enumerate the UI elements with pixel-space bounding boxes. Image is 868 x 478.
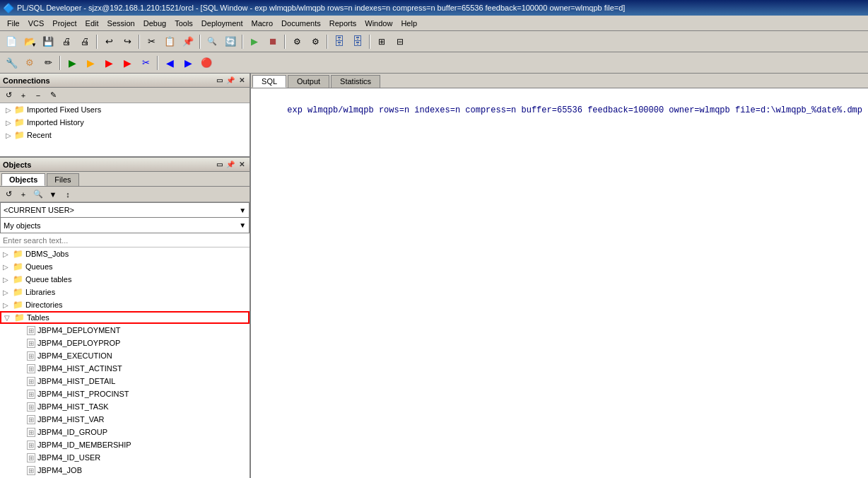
conn-edit-btn[interactable]: ✎ bbox=[46, 89, 60, 102]
tree-item-7[interactable]: ⊞ JBPM4_DEPLOYPROP bbox=[0, 337, 250, 349]
tree-label-2: Queue tables bbox=[25, 275, 71, 284]
tree-item-8[interactable]: ⊞ JBPM4_EXECUTION bbox=[0, 349, 250, 362]
nav1-btn[interactable]: ◀ bbox=[161, 55, 178, 71]
exec4-btn[interactable]: ▶ bbox=[119, 55, 136, 71]
menu-vcs[interactable]: VCS bbox=[24, 18, 49, 29]
tree-item-17[interactable]: ⊞ JBPM4_JOB bbox=[0, 464, 250, 477]
tree-toggle-4: ▷ bbox=[3, 301, 13, 309]
tree-item-4[interactable]: ▷ 📁 Directories bbox=[0, 298, 250, 311]
copy-btn[interactable]: 📋 bbox=[161, 34, 178, 49]
menu-edit[interactable]: Edit bbox=[81, 18, 103, 29]
connections-label: Connections bbox=[3, 76, 50, 85]
nav2-btn[interactable]: ▶ bbox=[180, 55, 197, 71]
exec1-btn[interactable]: ▶ bbox=[64, 55, 81, 71]
menu-window[interactable]: Window bbox=[360, 18, 397, 29]
tool3-btn[interactable]: ✏ bbox=[40, 55, 57, 71]
cut-btn[interactable]: ✂ bbox=[143, 34, 160, 49]
conn-add-btn[interactable]: + bbox=[16, 89, 30, 102]
replace-btn[interactable]: 🔄 bbox=[222, 34, 239, 49]
tree-item-3[interactable]: ▷ 📁 Libraries bbox=[0, 286, 250, 298]
close-conn-icon[interactable]: ✕ bbox=[237, 76, 247, 86]
menu-tools[interactable]: Tools bbox=[170, 18, 197, 29]
tree-item-9[interactable]: ⊞ JBPM4_HIST_ACTINST bbox=[0, 362, 250, 375]
tab-files[interactable]: Files bbox=[47, 173, 78, 186]
tab-sql[interactable]: SQL bbox=[252, 75, 286, 88]
tree-item-5[interactable]: ▽ 📁 Tables bbox=[0, 311, 250, 324]
sep7 bbox=[369, 35, 370, 49]
pin-icon[interactable]: 📌 bbox=[225, 76, 235, 86]
menu-macro[interactable]: Macro bbox=[247, 18, 278, 29]
obj-refresh-btn[interactable]: ↺ bbox=[1, 188, 16, 201]
my-objects-combo[interactable]: My objects ▼ bbox=[0, 218, 250, 233]
conn-imported-fixed[interactable]: ▷ 📁 Imported Fixed Users bbox=[0, 103, 250, 116]
conn-btn[interactable]: 🔴 bbox=[198, 55, 215, 71]
conn-refresh-btn[interactable]: ↺ bbox=[1, 89, 16, 102]
obj-search-btn[interactable]: 🔍 bbox=[31, 188, 45, 201]
tree-toggle-2: ▷ bbox=[3, 276, 13, 284]
connections-tree[interactable]: ▷ 📁 Imported Fixed Users ▷ 📁 Imported Hi… bbox=[0, 103, 250, 156]
objects-tree[interactable]: ▷ 📁 DBMS_Jobs ▷ 📁 Queues ▷ 📁 Queue table… bbox=[0, 247, 250, 478]
tree-item-0[interactable]: ▷ 📁 DBMS_Jobs bbox=[0, 247, 250, 260]
menu-file[interactable]: File bbox=[3, 18, 24, 29]
restore-icon[interactable]: ▭ bbox=[214, 76, 224, 86]
tree-item-10[interactable]: ⊞ JBPM4_HIST_DETAIL bbox=[0, 375, 250, 387]
tree-item-13[interactable]: ⊞ JBPM4_HIST_VAR bbox=[0, 413, 250, 426]
search-input[interactable] bbox=[0, 233, 250, 247]
menu-debug[interactable]: Debug bbox=[139, 18, 170, 29]
db2-btn[interactable]: 🗄 bbox=[349, 34, 366, 49]
tab-output[interactable]: Output bbox=[288, 75, 329, 88]
tree-item-12[interactable]: ⊞ JBPM4_HIST_TASK bbox=[0, 400, 250, 413]
menu-deployment[interactable]: Deployment bbox=[197, 18, 247, 29]
print2-btn[interactable]: 🖨 bbox=[76, 34, 93, 49]
exec3-btn[interactable]: ▶ bbox=[100, 55, 117, 71]
menu-reports[interactable]: Reports bbox=[325, 18, 361, 29]
tree-item-15[interactable]: ⊞ JBPM4_ID_MEMBERSHIP bbox=[0, 438, 250, 451]
current-user-label: <CURRENT USER> bbox=[4, 206, 74, 214]
obj-sort-btn[interactable]: ↕ bbox=[61, 188, 75, 201]
window-btn[interactable]: ⊞ bbox=[373, 34, 390, 49]
conn-recent[interactable]: ▷ 📁 Recent bbox=[0, 129, 250, 141]
tab-objects[interactable]: Objects bbox=[1, 173, 45, 186]
menu-help[interactable]: Help bbox=[397, 18, 421, 29]
tree-item-2[interactable]: ▷ 📁 Queue tables bbox=[0, 273, 250, 286]
conn-remove-btn[interactable]: − bbox=[31, 89, 45, 102]
compile2-btn[interactable]: ⚙ bbox=[307, 34, 324, 49]
compile-btn[interactable]: ⚙ bbox=[288, 34, 305, 49]
obj-pin-icon[interactable]: 📌 bbox=[225, 160, 235, 170]
current-user-combo[interactable]: <CURRENT USER> ▼ bbox=[0, 202, 250, 218]
obj-close-icon[interactable]: ✕ bbox=[237, 160, 247, 170]
tree-item-14[interactable]: ⊞ JBPM4_ID_GROUP bbox=[0, 426, 250, 438]
table-icon-9: ⊞ bbox=[27, 364, 35, 373]
tree-item-6[interactable]: ⊞ JBPM4_DEPLOYMENT bbox=[0, 324, 250, 337]
tab-statistics[interactable]: Statistics bbox=[331, 75, 380, 88]
menu-session[interactable]: Session bbox=[103, 18, 139, 29]
tool2-btn[interactable]: ⚙ bbox=[21, 55, 38, 71]
db-btn[interactable]: 🗄 bbox=[331, 34, 348, 49]
menu-documents[interactable]: Documents bbox=[277, 18, 325, 29]
menu-project[interactable]: Project bbox=[48, 18, 81, 29]
new-btn[interactable]: 📄 bbox=[3, 34, 20, 49]
undo-btn[interactable]: ↩ bbox=[100, 34, 117, 49]
print-btn[interactable]: 🖨 bbox=[58, 34, 75, 49]
tree-item-1[interactable]: ▷ 📁 Queues bbox=[0, 260, 250, 273]
conn-imported-history[interactable]: ▷ 📁 Imported History bbox=[0, 116, 250, 129]
open-btn[interactable]: 📂▼ bbox=[21, 34, 38, 49]
folder-icon-imported-history: 📁 bbox=[14, 117, 25, 127]
paste-btn[interactable]: 📌 bbox=[180, 34, 197, 49]
obj-restore-icon[interactable]: ▭ bbox=[214, 160, 224, 170]
tool1-btn[interactable]: 🔧 bbox=[3, 55, 20, 71]
window2-btn[interactable]: ⊟ bbox=[392, 34, 409, 49]
find-btn[interactable]: 🔍 bbox=[204, 34, 221, 49]
exec5-btn[interactable]: ✂ bbox=[137, 55, 154, 71]
tree-item-11[interactable]: ⊞ JBPM4_HIST_PROCINST bbox=[0, 387, 250, 400]
stop-btn[interactable]: ⏹ bbox=[264, 34, 281, 49]
tree-toggle-1: ▷ bbox=[3, 263, 13, 271]
sql-editor[interactable]: exp wlmqpb/wlmqpb rows=n indexes=n compr… bbox=[251, 88, 868, 478]
run-btn[interactable]: ▶ bbox=[246, 34, 263, 49]
redo-btn[interactable]: ↪ bbox=[119, 34, 136, 49]
obj-filter-btn[interactable]: ▼ bbox=[46, 188, 60, 201]
exec2-btn[interactable]: ▶ bbox=[82, 55, 99, 71]
obj-add-btn[interactable]: + bbox=[16, 188, 30, 201]
save-btn[interactable]: 💾 bbox=[40, 34, 57, 49]
tree-item-16[interactable]: ⊞ JBPM4_ID_USER bbox=[0, 451, 250, 464]
